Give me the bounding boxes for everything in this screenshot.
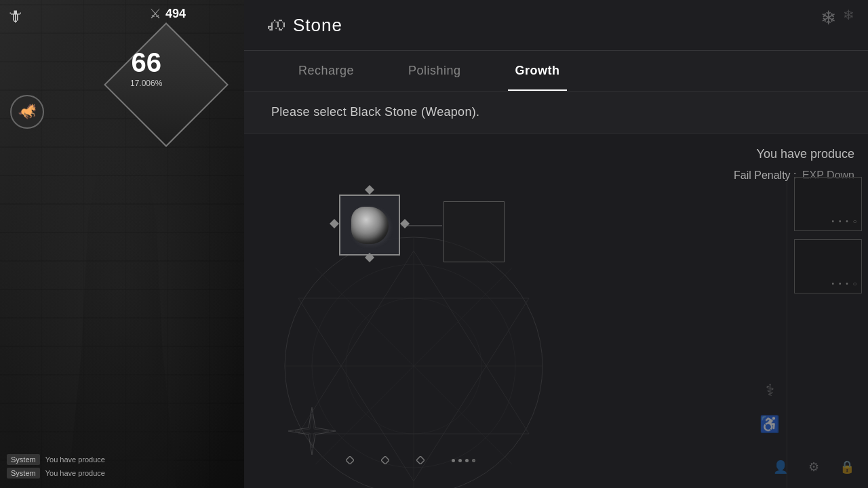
crossed-swords-icon: ⚔ bbox=[149, 5, 161, 22]
diamond-indicator-1 bbox=[346, 456, 354, 464]
tab-polishing[interactable]: Polishing bbox=[381, 52, 488, 90]
svg-marker-17 bbox=[416, 456, 425, 464]
chat-item-2: System You have produce bbox=[7, 468, 237, 479]
main-panel: ꩲ Stone ❄ ❄ Recharge Polishing Growth Pl… bbox=[244, 0, 868, 488]
bottom-diamond-points bbox=[346, 456, 475, 464]
right-slot-2[interactable]: • • • ○ bbox=[794, 239, 862, 293]
svg-marker-14 bbox=[400, 219, 410, 228]
svg-marker-13 bbox=[330, 219, 339, 228]
snowflake-icon-2: ❄ bbox=[843, 7, 854, 29]
lock-area: 👤 ⚙ 🔒 bbox=[773, 460, 854, 474]
svg-marker-12 bbox=[365, 253, 374, 262]
dot-3 bbox=[465, 459, 469, 462]
chat-text-1: You have produce bbox=[45, 455, 105, 464]
snowflake-decorations: ❄ ❄ bbox=[821, 7, 854, 29]
stone-image bbox=[351, 207, 389, 244]
diamond-point-left bbox=[330, 219, 339, 231]
right-slot-area: • • • ○ • • • ○ bbox=[787, 174, 868, 488]
svg-marker-10 bbox=[295, 414, 329, 448]
tab-growth[interactable]: Growth bbox=[488, 52, 587, 90]
lock-icon: 🔒 bbox=[840, 460, 854, 474]
resource-count: 494 bbox=[165, 7, 186, 21]
crafting-area: You have produce Fail Penalty : EXP Down bbox=[244, 134, 868, 488]
dot-empty bbox=[472, 459, 475, 462]
person-symbol: ♿ bbox=[760, 415, 780, 434]
diamond-hud-container: 66 17.006% bbox=[61, 20, 156, 115]
person-icon: 👤 bbox=[773, 460, 788, 474]
empty-slot[interactable] bbox=[443, 201, 505, 262]
diamond-frame bbox=[104, 22, 229, 147]
dot-row bbox=[452, 459, 475, 462]
chat-tag-2: System bbox=[7, 468, 40, 479]
horse-icon-area: 🐎 bbox=[10, 95, 44, 129]
compass-star bbox=[285, 404, 339, 461]
percent-display: 17.006% bbox=[130, 79, 162, 88]
info-message: Please select Black Stone (Weapon). bbox=[271, 105, 479, 119]
hud-overlay: 🗡 66 17.006% ⚔ 494 🐎 System You have pro… bbox=[0, 0, 244, 488]
tab-recharge[interactable]: Recharge bbox=[271, 52, 381, 90]
dot-2 bbox=[458, 459, 462, 462]
panel-title: Stone bbox=[293, 15, 342, 36]
snowflake-icon-1: ❄ bbox=[821, 7, 836, 29]
panel-header: ꩲ Stone ❄ ❄ bbox=[244, 0, 868, 51]
main-content: You have produce Fail Penalty : EXP Down bbox=[244, 134, 868, 488]
panel-logo-icon: ꩲ bbox=[260, 11, 285, 39]
symbols-area: ⚕ ♿ bbox=[760, 382, 780, 434]
diamond-point-top bbox=[365, 185, 374, 197]
info-bar: Please select Black Stone (Weapon). bbox=[244, 92, 868, 134]
stone-slot-container[interactable] bbox=[339, 195, 400, 256]
svg-marker-16 bbox=[381, 456, 389, 464]
stone-item-slot[interactable] bbox=[339, 195, 400, 256]
connector-line bbox=[401, 225, 442, 226]
horse-icon: 🐎 bbox=[18, 103, 37, 121]
chat-item-1: System You have produce bbox=[7, 454, 237, 465]
settings-icon: ⚙ bbox=[808, 460, 819, 474]
crossed-swords-area: ⚔ 494 bbox=[149, 5, 186, 22]
content-area: Please select Black Stone (Weapon). bbox=[244, 92, 868, 488]
diamond-point-bottom bbox=[365, 253, 374, 265]
trident-symbol: ⚕ bbox=[766, 382, 774, 399]
diamond-content: 66 17.006% bbox=[130, 49, 162, 88]
chat-tag-1: System bbox=[7, 454, 40, 465]
right-slot-1[interactable]: • • • ○ bbox=[794, 177, 862, 231]
svg-marker-15 bbox=[346, 456, 354, 464]
chat-text-2: You have produce bbox=[45, 469, 105, 477]
slot-dots-2: • • • ○ bbox=[832, 280, 859, 287]
sword-hud-area: 🗡 bbox=[7, 7, 23, 26]
diamond-indicator-3 bbox=[416, 456, 425, 464]
sword-icon: 🗡 bbox=[7, 7, 23, 26]
chat-log: System You have produce System You have … bbox=[0, 447, 244, 488]
diamond-indicator-2 bbox=[381, 456, 389, 464]
slot-dots-1: • • • ○ bbox=[832, 218, 859, 225]
level-number: 66 bbox=[130, 49, 162, 76]
dot-1 bbox=[452, 459, 455, 462]
svg-marker-11 bbox=[365, 185, 374, 195]
produced-text: You have produce bbox=[734, 147, 854, 161]
tab-bar: Recharge Polishing Growth bbox=[244, 51, 868, 92]
